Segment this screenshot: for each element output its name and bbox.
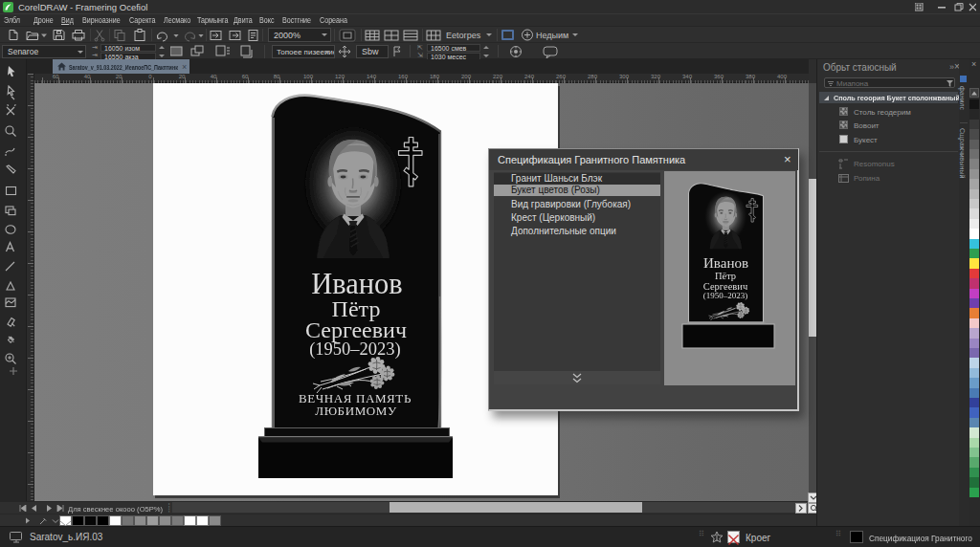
svg-text:Сергеевич: Сергеевич (703, 281, 748, 292)
svg-text:(1950–2023): (1950–2023) (309, 339, 401, 360)
svg-text:Иванов: Иванов (703, 255, 748, 271)
svg-text:Пётр: Пётр (715, 271, 736, 281)
svg-text:Иванов: Иванов (311, 268, 403, 300)
svg-text:ЛЮБИМОМУ: ЛЮБИМОМУ (315, 404, 397, 418)
svg-text:(1950–2023): (1950–2023) (703, 291, 748, 300)
